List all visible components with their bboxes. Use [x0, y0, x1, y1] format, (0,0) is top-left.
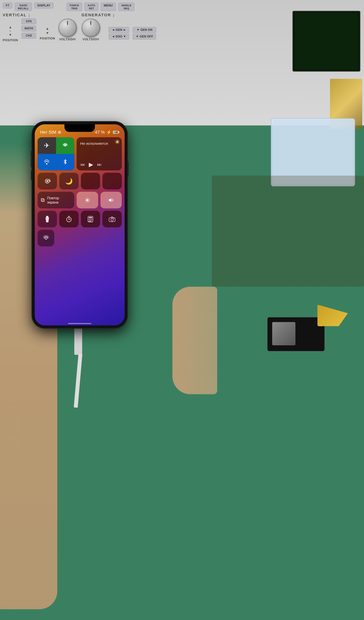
- media-controls: ⏮ ▶ ⏭: [80, 161, 118, 168]
- row1: ✈: [38, 137, 122, 170]
- svg-point-1: [46, 163, 47, 165]
- screen-mirror-button[interactable]: ⧉ Повторэкрана: [38, 192, 74, 208]
- volts-div1-knob[interactable]: [58, 19, 76, 37]
- svg-rect-20: [89, 217, 92, 218]
- media-notification-icon[interactable]: 🔔: [115, 140, 120, 144]
- svg-point-22: [90, 219, 91, 220]
- volts-div2-label: VOLTS/DIV: [83, 38, 99, 41]
- home-indicator: [68, 323, 91, 324]
- svg-point-28: [111, 218, 113, 221]
- timer-button[interactable]: [59, 211, 79, 227]
- dso-button[interactable]: ◄ DSO ▼: [109, 34, 129, 39]
- auto-set-button[interactable]: AUTOSET: [85, 3, 98, 11]
- carrier-icon: ⊗: [58, 130, 61, 135]
- svg-line-11: [88, 198, 89, 199]
- vertical-label: VERTICAL: [3, 13, 27, 17]
- gen-off-button[interactable]: ▼ GEN OFF: [133, 34, 156, 39]
- battery-icon: [113, 131, 119, 134]
- calculator-button[interactable]: [81, 211, 100, 227]
- ch1-button[interactable]: CH1: [21, 18, 36, 24]
- circuit-board: [267, 305, 348, 351]
- svg-point-25: [90, 221, 91, 222]
- generator-label: GENERATOR: [81, 13, 111, 17]
- airplane-toggle[interactable]: ✈: [38, 137, 56, 154]
- svg-line-9: [86, 198, 86, 199]
- position1-arrows: ▲ 0 ▼: [9, 25, 12, 37]
- force-trig-button[interactable]: FORCETRIG: [67, 3, 82, 11]
- svg-point-30: [45, 237, 47, 239]
- f7-button[interactable]: F7: [3, 3, 12, 8]
- flashlight-button[interactable]: [38, 211, 57, 227]
- svg-line-10: [88, 201, 89, 202]
- carrier-info: Нет SIM ⊗: [40, 130, 61, 135]
- nfc-wallet-button[interactable]: [38, 230, 54, 246]
- media-title: Не исполняется: [80, 141, 113, 146]
- position2-label: POSITION: [40, 37, 55, 40]
- wifi-toggle[interactable]: [38, 154, 56, 170]
- svg-point-24: [89, 221, 90, 222]
- svg-point-21: [89, 219, 90, 220]
- screen-lock-rotation-button[interactable]: [38, 173, 57, 189]
- notch: [64, 124, 95, 132]
- control-center: ✈: [38, 137, 122, 322]
- svg-point-29: [114, 218, 114, 219]
- menu-button[interactable]: MENU: [101, 3, 116, 11]
- media-prev-button[interactable]: ⏮: [80, 162, 85, 167]
- volts-div1-label: VOLTS/DIV: [59, 38, 76, 41]
- svg-rect-14: [46, 216, 48, 217]
- toggle-grid[interactable]: ✈: [38, 137, 74, 170]
- oscilloscope-screen: [292, 11, 360, 72]
- brightness-slider[interactable]: [77, 192, 98, 208]
- svg-line-12: [86, 201, 86, 202]
- empty-btn-3[interactable]: [81, 173, 100, 189]
- do-not-disturb-button[interactable]: 🌙: [59, 173, 79, 189]
- svg-point-23: [91, 219, 92, 220]
- svg-point-0: [64, 145, 66, 146]
- position2-arrows: ▲ ▼: [46, 27, 49, 35]
- math-button[interactable]: MATH: [21, 26, 36, 31]
- ch2-button[interactable]: CH2: [21, 33, 36, 39]
- row5: [38, 230, 122, 246]
- screws-pile: [212, 176, 364, 287]
- display-button[interactable]: DISPLAY: [34, 3, 53, 8]
- battery-charging-icon: ⚡: [106, 130, 112, 135]
- power-button[interactable]: [127, 161, 129, 176]
- media-next-button[interactable]: ⏭: [97, 162, 102, 167]
- row4: [38, 211, 122, 227]
- row2: 🌙: [38, 173, 122, 189]
- svg-point-4: [86, 199, 88, 201]
- battery-percent: 47 %: [95, 130, 105, 135]
- media-player[interactable]: 🔔 Не исполняется ⏮ ▶ ⏭: [77, 137, 122, 170]
- volume-down-button[interactable]: [31, 170, 32, 180]
- hotspot-toggle[interactable]: [56, 137, 74, 154]
- volume-up-button[interactable]: [31, 158, 32, 168]
- lightning-cable-connector: [74, 326, 82, 355]
- position1-label: POSITION: [3, 39, 18, 42]
- row3: ⧉ Повторэкрана: [38, 192, 122, 208]
- phone-frame: Нет SIM ⊗ 47 % ⚡ ✈: [32, 122, 127, 328]
- gen-button[interactable]: ◄ GEN ►: [109, 27, 129, 33]
- screen-mirror-icon: ⧉: [41, 197, 44, 203]
- fingers-right: [173, 287, 217, 394]
- screen-mirror-label: Повторэкрана: [47, 196, 59, 204]
- gen-on-button[interactable]: ▼ GEN ON: [133, 27, 156, 33]
- svg-marker-13: [109, 198, 111, 202]
- single-seq-button[interactable]: SINGLESEQ: [118, 3, 134, 11]
- save-recall-button[interactable]: SAVE/RECALL: [15, 3, 32, 11]
- svg-rect-3: [46, 180, 48, 182]
- camera-button[interactable]: [102, 211, 122, 227]
- battery-info: 47 % ⚡: [95, 130, 119, 135]
- empty-btn-4[interactable]: [102, 173, 122, 189]
- volume-slider[interactable]: [101, 192, 122, 208]
- volts-div2-knob[interactable]: [82, 19, 100, 37]
- phone-screen: Нет SIM ⊗ 47 % ⚡ ✈: [35, 124, 125, 326]
- carrier-text: Нет SIM: [40, 130, 56, 135]
- silent-switch[interactable]: [31, 151, 32, 157]
- svg-point-26: [91, 221, 92, 222]
- media-play-button[interactable]: ▶: [89, 161, 93, 168]
- bluetooth-toggle[interactable]: [56, 154, 74, 170]
